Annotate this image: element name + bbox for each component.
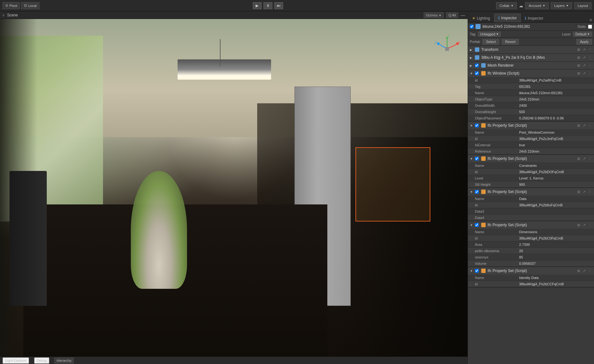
static-checkbox[interactable] (588, 25, 592, 29)
mesh-expand-icon[interactable]: ↗ (582, 56, 586, 60)
inspector2-tab[interactable]: ℹ Inspector (521, 14, 547, 22)
ps1-reference-row: Reference 24x5 210mm (468, 148, 594, 155)
ifcpropset5-header[interactable]: ▼ Ifc Property Set (Script) ⊞ ↗ ⋮ (468, 267, 594, 275)
ifcwindow-checkbox[interactable] (475, 71, 479, 75)
collab-button[interactable]: Collab ▼ (496, 2, 517, 9)
step-button[interactable]: ⏭ (274, 2, 283, 9)
ifcwindow-component: ▼ Ifc Window (Script) ⊞ ↗ ⋮ id 38buAKtgj… (468, 70, 594, 122)
meshrenderer-expand-icon[interactable]: ↗ (582, 64, 586, 68)
ifcwindow-header[interactable]: ▼ Ifc Window (Script) ⊞ ↗ ⋮ (468, 70, 594, 77)
ifcpropset3-settings-icon[interactable]: ⊞ (577, 190, 581, 194)
prefab-select-button[interactable]: Select (482, 39, 499, 45)
ifcpropset3-menu-icon[interactable]: ⋮ (587, 190, 592, 194)
ifcwindow-name: Ifc Window (Script) (488, 71, 519, 76)
pendant-lamp (178, 59, 271, 80)
meshrenderer-checkbox[interactable] (475, 64, 479, 67)
transform-expand-icon[interactable]: ↗ (582, 48, 586, 52)
layers-button[interactable]: Layers ▼ (551, 2, 572, 9)
tag-label: Tag (470, 32, 476, 36)
ifcpropset2-menu-icon[interactable]: ⋮ (587, 157, 592, 161)
ifcpropset1-expand-icon[interactable]: ↗ (582, 124, 586, 128)
light-explorer-tab[interactable]: Light Explorer (3, 357, 29, 364)
local-button[interactable]: ⊡ Local (21, 2, 39, 9)
qall-button[interactable]: Q:All (446, 12, 458, 18)
ifcpropset3-header[interactable]: ▼ Ifc Property Set (Script) ⊞ ↗ ⋮ (468, 188, 594, 196)
right-panel: ☀ Lighting ℹ Inspector ℹ Inspector ≡ ikk… (468, 11, 594, 364)
ifcpropset4-expand-icon[interactable]: ↗ (582, 223, 586, 227)
prefab-revert-button[interactable]: Revert (502, 39, 519, 45)
ifcpropset1-header[interactable]: ▼ Ifc Property Set (Script) ⊞ ↗ ⋮ (468, 122, 594, 129)
pause-icon: ⏸ (266, 3, 270, 8)
meshrenderer-menu-icon[interactable]: ⋮ (587, 64, 592, 68)
ifcpropset3-checkbox[interactable] (475, 190, 479, 194)
local-icon: ⊡ (24, 3, 27, 8)
ifcpropset2-arrow-icon: ▼ (470, 157, 473, 161)
ifcpropset2-header[interactable]: ▼ Ifc Property Set (Script) ⊞ ↗ ⋮ (468, 155, 594, 162)
panel-tab-extra[interactable]: ≡ (588, 17, 594, 22)
meshrenderer-settings-icon[interactable]: ⊞ (577, 64, 581, 68)
ifcpropset4-settings-icon[interactable]: ⊞ (577, 223, 581, 227)
prefab-apply-button[interactable]: Apply (576, 39, 592, 45)
object-active-checkbox[interactable] (470, 25, 474, 28)
cloud-button[interactable]: ☁ (519, 3, 523, 8)
layout-button[interactable]: Layout (574, 2, 591, 9)
ifcpropset1-menu-icon[interactable]: ⋮ (587, 124, 592, 128)
ifcpropset3-name: Ifc Property Set (Script) (488, 190, 527, 194)
ifcwindow-menu-icon[interactable]: ⋮ (587, 71, 592, 76)
transform-icon (475, 47, 479, 52)
ifcpropset3-expand-icon[interactable]: ↗ (582, 190, 586, 194)
scene-minimize-icon[interactable]: — (461, 13, 465, 18)
ifcpropset1-checkbox[interactable] (475, 124, 479, 127)
ifcpropset5-menu-icon[interactable]: ⋮ (587, 269, 592, 273)
ifcpropset5-checkbox[interactable] (475, 269, 479, 273)
ifcpropset5-name: Ifc Property Set (Script) (488, 269, 527, 273)
mesh-arrow-icon: ▶ (470, 56, 473, 59)
pause-button[interactable]: ⏸ (264, 2, 272, 9)
mesh-settings-icon[interactable]: ⊞ (577, 56, 581, 60)
ifcwindow-expand-icon[interactable]: ↗ (582, 71, 586, 76)
ifcwindow-settings-icon[interactable]: ⊞ (577, 71, 581, 76)
ifcpropset4-component: ▼ Ifc Property Set (Script) ⊞ ↗ ⋮ Name D… (468, 221, 594, 267)
debug-tab[interactable]: Debug (34, 357, 49, 364)
ps4-volume-row: Volume 0.0956037 (468, 260, 594, 267)
transform-name: Transform (481, 47, 498, 52)
scene-area: ≡ Scene Gizmos ▼ Q:All — (0, 11, 468, 364)
ifcpropset2-settings-icon[interactable]: ⊞ (577, 157, 581, 161)
play-button[interactable]: ▶ (253, 2, 262, 9)
meshrenderer-header[interactable]: ▶ Mesh Renderer ⊞ ↗ ⋮ (468, 62, 594, 69)
ifcpropset4-checkbox[interactable] (475, 223, 479, 227)
ifcpropset4-name: Ifc Property Set (Script) (488, 223, 527, 227)
ifcpropset5-icon (481, 269, 486, 273)
top-bar: ⊙ Pivot ⊡ Local ▶ ⏸ ⏭ Collab ▼ ☁ Account… (0, 0, 594, 11)
inspector1-tab[interactable]: ℹ Inspector (494, 14, 521, 22)
tag-value-button[interactable]: Untagged ▼ (478, 32, 501, 37)
transform-settings-icon[interactable]: ⊞ (577, 48, 581, 52)
layer-value-button[interactable]: Default ▼ (573, 32, 592, 37)
kitchen-scene (0, 19, 468, 356)
ifcpropset5-settings-icon[interactable]: ⊞ (577, 269, 581, 273)
ps2-sillheight-row: Sill Height 900 (468, 181, 594, 188)
lighting-tab[interactable]: ☀ Lighting (468, 14, 494, 22)
ifcpropset2-expand-icon[interactable]: ↗ (582, 157, 586, 161)
mesh-header[interactable]: ▶ 38bu A Ktgj 4_Ps 2ai 8 Fq Cm B (Mes ⊞ … (468, 54, 594, 61)
scene-viewport: Y X Z (0, 19, 468, 356)
ifcpropset3-component: ▼ Ifc Property Set (Script) ⊞ ↗ ⋮ Name D… (468, 188, 594, 221)
meshrenderer-name: Mesh Renderer (488, 63, 514, 68)
ifcwindow-arrow-icon: ▼ (470, 72, 473, 75)
pivot-button[interactable]: ⊙ Pivot (3, 2, 20, 9)
ifcpropset4-menu-icon[interactable]: ⋮ (587, 223, 592, 227)
ifcpropset4-header[interactable]: ▼ Ifc Property Set (Script) ⊞ ↗ ⋮ (468, 221, 594, 229)
ifcpropset1-settings-icon[interactable]: ⊞ (577, 124, 581, 128)
transform-menu-icon[interactable]: ⋮ (587, 48, 592, 52)
ps1-id-row: id 38buAKtgj4_Ps2cJmFqCmB (468, 136, 594, 142)
account-button[interactable]: Account ▼ (525, 2, 549, 9)
hierarchy-tab[interactable]: Hierarchy (54, 358, 74, 363)
mesh-menu-icon[interactable]: ⋮ (587, 56, 592, 60)
mesh-actions: ⊞ ↗ ⋮ (577, 56, 592, 60)
ifcpropset1-component: ▼ Ifc Property Set (Script) ⊞ ↗ ⋮ Name P… (468, 122, 594, 155)
ifcpropset2-checkbox[interactable] (475, 157, 479, 161)
ifcpropset5-expand-icon[interactable]: ↗ (582, 269, 586, 273)
gizmos-button[interactable]: Gizmos ▼ (424, 12, 444, 18)
top-bar-left: ⊙ Pivot ⊡ Local (0, 2, 42, 9)
transform-header[interactable]: ▶ Transform ⊞ ↗ ⋮ (468, 46, 594, 53)
